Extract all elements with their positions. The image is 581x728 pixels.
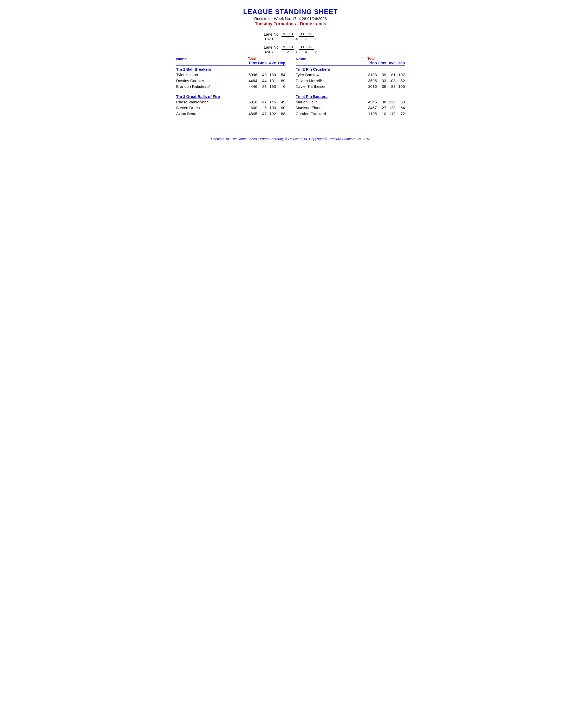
- footer: Licensed To: The Dome Lanes Perfect Secr…: [176, 137, 405, 141]
- stat-pins: 600: [247, 105, 257, 111]
- right-name-header: Name: [296, 57, 368, 65]
- stat-ave: 130: [386, 99, 396, 105]
- player-stats: 6818 47 145 49: [247, 99, 285, 105]
- left-total-group: Total Pins Gms Ave Hcp: [248, 57, 285, 65]
- stat-pins: 3595: [367, 78, 377, 84]
- stat-ave: 100: [267, 105, 276, 111]
- table-row: Chase VanWinkle* 6818 47 145 49: [176, 99, 285, 105]
- page-header: LEAGUE STANDING SHEET Results for Week N…: [176, 8, 405, 26]
- team-3-name: Tm 3 Great Balls of Fire: [176, 94, 285, 99]
- stat-pins: 3193: [367, 72, 377, 78]
- stat-ave: 83: [386, 84, 396, 89]
- stat-hcp: 88: [276, 111, 285, 117]
- stat-ave: 145: [267, 99, 276, 105]
- stat-gms: 38: [377, 99, 386, 105]
- lane-2-val4: 3: [314, 49, 319, 54]
- stat-ave: 193: [267, 84, 276, 89]
- table-row: Tyler Huston 5996 43 139 54: [176, 72, 285, 78]
- left-name-header: Name: [176, 57, 248, 65]
- player-name: Coralee Frankard: [296, 111, 367, 117]
- stat-pins: 4446: [247, 84, 257, 89]
- lane-9-10-header-2: 9 - 10: [281, 45, 294, 49]
- left-pins-header: Pins: [248, 60, 257, 65]
- lane-2-val2: 1: [294, 49, 299, 54]
- lane-date-2: 02/07: [262, 49, 282, 54]
- right-ave-header: Ave: [386, 60, 396, 65]
- player-name: Madison Eland: [296, 105, 367, 111]
- lane-11-12-header-2: 11 - 12: [299, 45, 314, 49]
- table-row: Mariah Heil* 4945 38 130 63: [296, 99, 405, 105]
- player-name: Chase VanWinkle*: [176, 99, 247, 105]
- team-4-name: Tm 4 Pin Busters: [296, 94, 405, 99]
- stat-gms: 23: [257, 84, 267, 89]
- player-stats: 3595 33 108 82: [367, 78, 405, 84]
- left-stats-headers: Pins Gms Ave Hcp: [248, 60, 285, 65]
- stat-pins: 3016: [367, 84, 377, 89]
- stat-hcp: 105: [396, 84, 405, 89]
- player-name: Davien Merrell*: [296, 78, 367, 84]
- player-stats: 4945 38 130 63: [367, 99, 405, 105]
- player-stats: 3457 27 128 64: [367, 105, 405, 111]
- player-stats: 4805 47 102 88: [247, 111, 285, 117]
- stat-pins: 6818: [247, 99, 257, 105]
- stat-hcp: 64: [396, 105, 405, 111]
- lane-1-val4: 2: [314, 36, 319, 41]
- team-4-section: Tm 4 Pin Busters Mariah Heil* 4945 38 13…: [296, 94, 405, 117]
- table-row: Destiny Cormier 4484 44 101 89: [176, 78, 285, 84]
- stat-hcp: 63: [396, 99, 405, 105]
- lane-table-1: Lane No 9 - 10 11 - 12 01/31 1 4 3 2: [262, 32, 319, 41]
- team-1-section: Tm 1 Ball Breakers Tyler Huston 5996 43 …: [176, 67, 285, 89]
- stat-hcp: 72: [396, 111, 405, 117]
- stat-hcp: 6: [276, 84, 285, 89]
- stat-gms: 36: [377, 84, 386, 89]
- left-ave-header: Ave: [267, 60, 276, 65]
- table-row: Madison Eland 3457 27 128 64: [296, 105, 405, 111]
- player-stats: 600 6 100 90: [247, 105, 285, 111]
- right-pins-header: Pins: [368, 60, 377, 65]
- table-row: Davien Merrell* 3595 33 108 82: [296, 78, 405, 84]
- player-name: Xavier Kartheiser: [296, 84, 367, 89]
- team-1-name: Tm 1 Ball Breakers: [176, 67, 285, 72]
- lane-1-val3: 3: [299, 36, 314, 41]
- player-name: Axton Beno: [176, 111, 247, 117]
- team-2-name: Tm 2 Pin Crushers: [296, 67, 405, 72]
- lane-2-val3: 4: [299, 49, 314, 54]
- team-2-section: Tm 2 Pin Crushers Tyler Barstow 3193 39 …: [296, 67, 405, 89]
- player-name: Destiny Cormier: [176, 78, 247, 84]
- player-stats: 5996 43 139 54: [247, 72, 285, 78]
- player-name: Brandon Rabideau*: [176, 84, 247, 89]
- stat-pins: 4805: [247, 111, 257, 117]
- left-total-label: Total: [248, 57, 256, 60]
- right-col-headers: Name Total Pins Gms Ave Hcp: [296, 57, 405, 66]
- player-stats: 3016 36 83 105: [367, 84, 405, 89]
- right-total-group: Total Pins Gms Ave Hcp: [368, 57, 405, 65]
- table-row: Tyler Barstow 3193 39 81 107: [296, 72, 405, 78]
- stat-hcp: 82: [396, 78, 405, 84]
- stat-ave: 101: [267, 78, 276, 84]
- right-total-label: Total: [368, 57, 375, 60]
- table-row: Brandon Rabideau* 4446 23 193 6: [176, 84, 285, 89]
- player-name: Tyler Barstow: [296, 72, 367, 78]
- stat-gms: 10: [377, 111, 386, 117]
- player-stats: 1195 10 119 72: [367, 111, 405, 117]
- player-name: Steven Drees: [176, 105, 247, 111]
- player-stats: 4446 23 193 6: [247, 84, 285, 89]
- main-title: LEAGUE STANDING SHEET: [176, 8, 405, 16]
- table-row: Axton Beno 4805 47 102 88: [176, 111, 285, 117]
- stat-pins: 1195: [367, 111, 377, 117]
- stat-gms: 43: [257, 72, 267, 78]
- lane-label-2: Lane No: [262, 45, 282, 49]
- stat-hcp: 89: [276, 78, 285, 84]
- stat-hcp: 49: [276, 99, 285, 105]
- league-name: Tuesday Tornadoes - Dome Lanes: [176, 21, 405, 26]
- player-stats: 3193 39 81 107: [367, 72, 405, 78]
- stat-ave: 81: [386, 72, 396, 78]
- stat-gms: 33: [377, 78, 386, 84]
- left-gms-header: Gms: [257, 60, 267, 65]
- player-stats: 4484 44 101 89: [247, 78, 285, 84]
- team-3-section: Tm 3 Great Balls of Fire Chase VanWinkle…: [176, 94, 285, 117]
- stat-ave: 139: [267, 72, 276, 78]
- stat-gms: 27: [377, 105, 386, 111]
- stat-hcp: 107: [396, 72, 405, 78]
- right-hcp-header: Hcp: [396, 60, 405, 65]
